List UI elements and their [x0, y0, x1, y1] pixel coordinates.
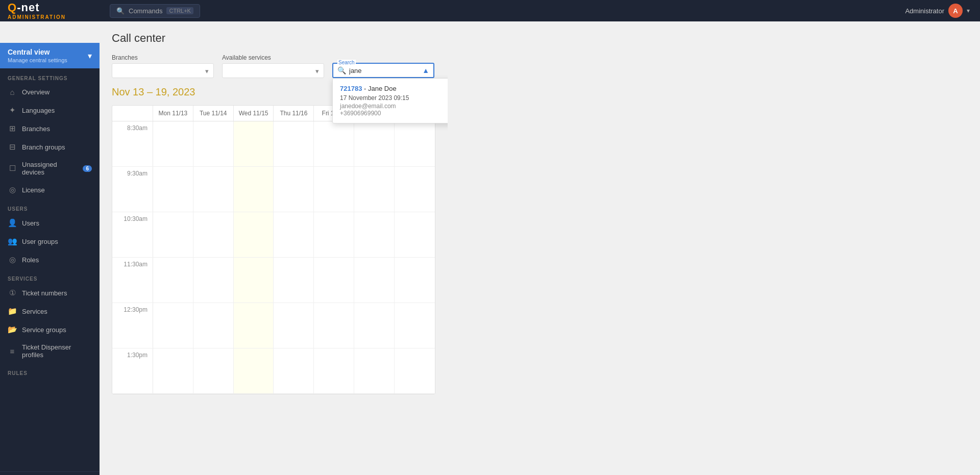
cal-cell-sun-1130[interactable]: [395, 258, 435, 303]
central-view-subtitle: Manage central settings: [8, 57, 67, 63]
page-title: Call center: [112, 32, 435, 45]
admin-dropdown-icon[interactable]: ▾: [967, 7, 970, 14]
search-result-email: janedoe@email.com: [340, 103, 448, 110]
cal-cell-sun-830[interactable]: [395, 121, 435, 166]
cal-cell-wed-930[interactable]: [234, 167, 274, 212]
sidebar-item-label: User groups: [22, 238, 92, 245]
cal-cell-mon-830[interactable]: [153, 121, 193, 166]
sidebar-item-user-groups[interactable]: 👥 User groups: [0, 232, 100, 251]
cal-cell-fri-130[interactable]: [314, 348, 354, 393]
search-collapse-icon[interactable]: ▲: [422, 66, 429, 74]
cal-cell-thu-1030[interactable]: [274, 212, 314, 257]
central-view-button[interactable]: Central view Manage central settings ▾: [0, 43, 100, 68]
result-id: 721783: [340, 85, 362, 92]
services-icon: 📁: [8, 307, 17, 316]
logo-area: Q-net ADMINISTRATION: [0, 2, 100, 20]
cal-cell-wed-130[interactable]: [234, 348, 274, 393]
search-result-row[interactable]: 721783 - Jane Doe 17 November 2023 09:15…: [340, 85, 448, 117]
cal-time-830: 8:30am: [112, 121, 153, 166]
sidebar-item-ticket-numbers[interactable]: ① Ticket numbers: [0, 284, 100, 302]
cal-cell-sun-1030[interactable]: [395, 212, 435, 257]
sidebar-item-label: Unassigned devices: [22, 161, 78, 176]
sidebar-item-roles[interactable]: ◎ Roles: [0, 251, 100, 269]
cal-cell-thu-830[interactable]: [274, 121, 314, 166]
sidebar-item-users[interactable]: 👤 Users: [0, 214, 100, 232]
cal-cell-sun-930[interactable]: [395, 167, 435, 212]
cal-cell-tue-930[interactable]: [193, 167, 234, 212]
license-icon: ◎: [8, 185, 17, 194]
sidebar-item-services[interactable]: 📁 Services: [0, 302, 100, 320]
cal-cell-mon-1130[interactable]: [153, 258, 193, 303]
cal-cell-fri-830[interactable]: [314, 121, 354, 166]
sidebar-item-unassigned-devices[interactable]: ☐ Unassigned devices 6: [0, 156, 100, 181]
command-search[interactable]: 🔍 Commands CTRL+K: [110, 4, 200, 18]
roles-icon: ◎: [8, 255, 17, 264]
sidebar-item-label: Service groups: [22, 326, 92, 334]
branches-select[interactable]: [112, 63, 214, 78]
cal-cell-thu-130[interactable]: [274, 348, 314, 393]
sidebar-item-label: License: [22, 186, 92, 194]
user-groups-icon: 👥: [8, 237, 17, 246]
search-input[interactable]: [349, 67, 419, 74]
cal-cell-thu-930[interactable]: [274, 167, 314, 212]
cal-cell-mon-130[interactable]: [153, 348, 193, 393]
sidebar-item-overview[interactable]: ⌂ Overview: [0, 83, 100, 101]
avatar: A: [948, 4, 963, 18]
services-select[interactable]: [222, 63, 324, 78]
central-view-info: Central view Manage central settings: [8, 48, 67, 63]
services-select-wrapper: [222, 63, 324, 78]
cal-cell-fri-930[interactable]: [314, 167, 354, 212]
cal-cell-sat-1230[interactable]: [354, 303, 395, 348]
search-icon: 🔍: [116, 7, 125, 15]
sidebar-item-label: Ticket Dispenser profiles: [22, 343, 92, 359]
search-box-label: Search: [337, 60, 356, 65]
cal-row-130: 1:30pm: [112, 348, 435, 394]
branches-filter: Branches: [112, 54, 214, 78]
cal-cell-sat-830[interactable]: [354, 121, 395, 166]
sidebar-item-branches[interactable]: ⊞ Branches: [0, 119, 100, 138]
cal-cell-thu-1130[interactable]: [274, 258, 314, 303]
cal-cell-mon-930[interactable]: [153, 167, 193, 212]
cal-cell-mon-1030[interactable]: [153, 212, 193, 257]
sidebar-item-branch-groups[interactable]: ⊟ Branch groups: [0, 138, 100, 156]
cal-cell-tue-130[interactable]: [193, 348, 234, 393]
cal-cell-sat-1130[interactable]: [354, 258, 395, 303]
layout: Central view Manage central settings ▾ G…: [0, 0, 448, 475]
cal-cell-tue-1030[interactable]: [193, 212, 234, 257]
cal-cell-mon-1230[interactable]: [153, 303, 193, 348]
sidebar-item-license[interactable]: ◎ License: [0, 181, 100, 199]
cal-cell-tue-1230[interactable]: [193, 303, 234, 348]
sidebar-item-languages[interactable]: ✦ Languages: [0, 101, 100, 119]
content-area: Call center Branches Available services: [100, 21, 448, 475]
logo-name: Q-net: [8, 2, 66, 13]
cal-cell-sat-1030[interactable]: [354, 212, 395, 257]
cal-cell-fri-1130[interactable]: [314, 258, 354, 303]
general-settings-label: GENERAL SETTINGS: [0, 68, 100, 83]
sidebar-item-ticket-dispenser[interactable]: ≡ Ticket Dispenser profiles: [0, 339, 100, 363]
search-result-date: 17 November 2023 09:15: [340, 94, 448, 102]
cal-cell-thu-1230[interactable]: [274, 303, 314, 348]
services-filter: Available services: [222, 54, 324, 78]
cal-cell-sat-930[interactable]: [354, 167, 395, 212]
cal-cell-wed-830[interactable]: [234, 121, 274, 166]
cal-cell-wed-1230[interactable]: [234, 303, 274, 348]
cal-header-thu: Thu 11/16: [274, 106, 314, 121]
sidebar-item-label: Ticket numbers: [22, 289, 92, 297]
sidebar-item-service-groups[interactable]: 📂 Service groups: [0, 320, 100, 339]
time-header-cell: [112, 106, 153, 121]
sidebar: Central view Manage central settings ▾ G…: [0, 43, 100, 475]
cal-cell-sun-1230[interactable]: [395, 303, 435, 348]
cal-cell-wed-1130[interactable]: [234, 258, 274, 303]
cal-cell-wed-1030[interactable]: [234, 212, 274, 257]
cal-cell-fri-1030[interactable]: [314, 212, 354, 257]
cal-cell-tue-1130[interactable]: [193, 258, 234, 303]
cal-cell-sun-130[interactable]: [395, 348, 435, 393]
cal-cell-sat-130[interactable]: [354, 348, 395, 393]
cal-cell-tue-830[interactable]: [193, 121, 234, 166]
rules-label: RULES: [0, 363, 100, 378]
cal-cell-fri-1230[interactable]: [314, 303, 354, 348]
result-separator: -: [364, 85, 368, 92]
sidebar-item-label: Users: [22, 219, 92, 227]
user-icon: 👤: [8, 218, 17, 228]
topbar: Q-net ADMINISTRATION 🔍 Commands CTRL+K A…: [0, 0, 980, 21]
